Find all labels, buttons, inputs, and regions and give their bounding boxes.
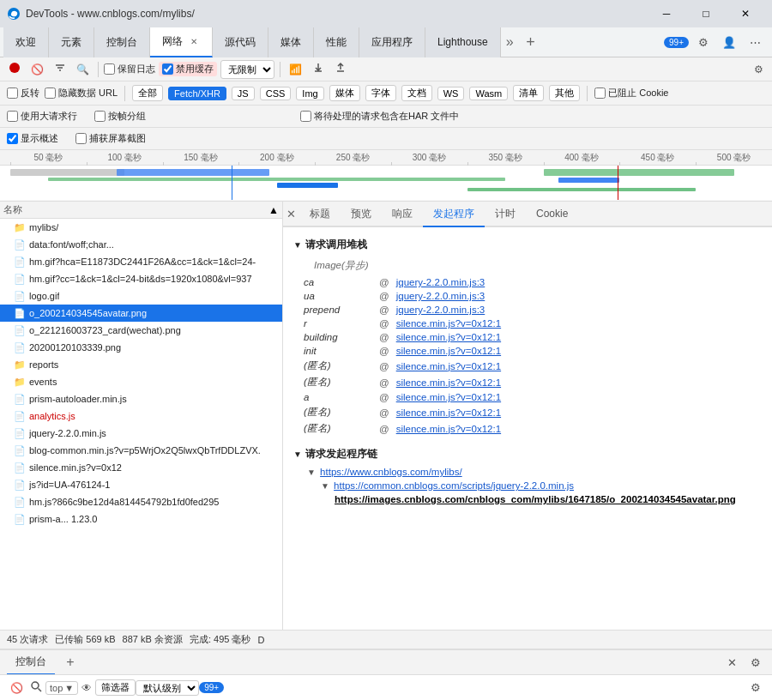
record-button[interactable] (5, 60, 24, 78)
file-item-card[interactable]: 📄 o_221216003723_card(wechat).png (0, 322, 282, 339)
chain-link[interactable]: https://www.cnblogs.com/mylibs/ (320, 467, 462, 477)
browser-tab-welcome[interactable]: 欢迎 (3, 27, 49, 57)
scroll-up-button[interactable]: ▲ (268, 204, 279, 216)
file-item-hm-js[interactable]: 📄 hm.js?866c9be12d4a814454792b1fd0fed295 (0, 493, 282, 510)
maximize-button[interactable]: □ (686, 0, 726, 27)
file-item-hm-gif-1[interactable]: 📄 hm.gif?hca=E11873DC2441F26A&cc=1&ck=1&… (0, 253, 282, 270)
import-har-button[interactable] (331, 60, 350, 78)
browser-tab-lighthouse[interactable]: Lighthouse (425, 27, 501, 57)
level-select[interactable]: 默认级别 (136, 680, 199, 696)
tab-timing[interactable]: 计时 (485, 202, 526, 227)
context-selector[interactable]: top ▼ (45, 681, 78, 695)
file-item-blog-common[interactable]: 📄 blog-common.min.js?v=p5WrjOx2Q5lwxQbTr… (0, 442, 282, 459)
tab-preview[interactable]: 预览 (341, 202, 382, 227)
tab-initiator[interactable]: 发起程序 (423, 202, 485, 227)
stack-link[interactable]: silence.min.js?v=0x12:1 (396, 392, 501, 402)
capture-screenshot-checkbox[interactable] (75, 133, 87, 144)
filter-media[interactable]: 媒体 (329, 85, 360, 101)
export-har-button[interactable] (309, 60, 328, 78)
show-overview-label[interactable]: 显示概述 (7, 132, 58, 145)
group-by-frame-label[interactable]: 按帧分组 (94, 110, 146, 123)
stack-link[interactable]: silence.min.js?v=0x12:1 (396, 318, 501, 329)
file-item-reports[interactable]: 📁 reports (0, 356, 282, 373)
invert-checkbox[interactable] (7, 88, 18, 99)
file-item-png-date[interactable]: 📄 20200120103339.png (0, 339, 282, 356)
preserve-log-checkbox[interactable] (104, 63, 115, 75)
browser-tab-elements[interactable]: 元素 (49, 27, 94, 57)
hide-data-urls-label[interactable]: 隐藏数据 URL (45, 87, 118, 100)
file-item-jquery[interactable]: 📄 jquery-2.2.0.min.js (0, 425, 282, 442)
stack-link[interactable]: silence.min.js?v=0x12:1 (396, 424, 501, 434)
add-console-button[interactable]: + (60, 652, 81, 673)
disable-cache-checkbox[interactable] (162, 63, 173, 75)
stack-link[interactable]: jquery-2.2.0.min.js:3 (396, 277, 486, 287)
file-item-analytics[interactable]: 📄 analytics.js (0, 407, 282, 425)
disable-cache-label[interactable]: 禁用缓存 (159, 62, 217, 76)
filter-img[interactable]: Img (296, 87, 323, 100)
file-item-ua[interactable]: 📄 js?id=UA-476124-1 (0, 476, 282, 493)
blocked-cookies-checkbox[interactable] (594, 88, 606, 99)
throttle-select[interactable]: 无限制 (220, 60, 274, 79)
stack-link[interactable]: silence.min.js?v=0x12:1 (396, 361, 501, 371)
invert-label[interactable]: 反转 (7, 87, 39, 100)
settings-button[interactable]: ⚙ (694, 34, 713, 51)
console-settings-button[interactable]: ⚙ (746, 655, 765, 671)
file-item-silence[interactable]: 📄 silence.min.js?v=0x12 (0, 459, 282, 476)
tab-headers[interactable]: 标题 (299, 202, 341, 227)
file-item-mylibs[interactable]: 📁 mylibs/ (0, 219, 282, 236)
preserve-log-label[interactable]: 保留日志 (104, 63, 155, 75)
filter-all[interactable]: 全部 (132, 85, 163, 101)
filter-doc[interactable]: 文档 (401, 85, 432, 101)
file-item-logo[interactable]: 📄 logo.gif (0, 287, 282, 305)
browser-tab-console[interactable]: 控制台 (94, 27, 150, 57)
filter-wasm[interactable]: Wasm (469, 87, 508, 100)
hide-data-urls-checkbox[interactable] (45, 88, 56, 99)
show-overview-checkbox[interactable] (7, 133, 18, 144)
filter-font[interactable]: 字体 (365, 85, 396, 101)
stack-link[interactable]: jquery-2.2.0.min.js:3 (396, 291, 486, 301)
console-close-button[interactable]: ✕ (723, 655, 741, 671)
console-settings-gear[interactable]: ⚙ (746, 679, 765, 696)
browser-tab-network[interactable]: 网络 ✕ (150, 27, 213, 57)
stack-link[interactable]: jquery-2.2.0.min.js:3 (396, 305, 486, 315)
call-stack-section-header[interactable]: ▼ 请求调用堆栈 (293, 234, 762, 256)
clear-button[interactable]: 🚫 (27, 62, 47, 77)
browser-tab-performance[interactable]: 性能 (314, 27, 359, 57)
chain-link[interactable]: https://common.cnblogs.com/scripts/jquer… (334, 480, 574, 491)
filter-manifest[interactable]: 清单 (513, 85, 544, 101)
group-by-frame-checkbox[interactable] (94, 111, 106, 122)
chain-link-selected[interactable]: https://images.cnblogs.com/cnblogs_com/m… (335, 494, 736, 504)
filter-toggle-button[interactable] (51, 60, 69, 78)
console-filter-button[interactable]: 筛选器 (95, 679, 136, 696)
browser-tab-media[interactable]: 媒体 (268, 27, 314, 57)
filter-css[interactable]: CSS (260, 87, 292, 100)
eye-button[interactable]: 👁 (78, 680, 95, 696)
file-item-hm-gif-2[interactable]: 📄 hm.gif?cc=1&ck=1&cl=24-bit&ds=1920x108… (0, 270, 282, 287)
capture-screenshot-label[interactable]: 捕获屏幕截图 (75, 132, 146, 145)
panel-close-button[interactable]: ✕ (286, 208, 296, 220)
request-chain-header[interactable]: ▼ 请求发起程序链 (293, 444, 762, 465)
browser-tab-source[interactable]: 源代码 (213, 27, 268, 57)
minimize-button[interactable]: ─ (647, 0, 686, 27)
file-item-events[interactable]: 📁 events (0, 373, 282, 390)
file-item-prism[interactable]: 📄 prism-autoloader.min.js (0, 390, 282, 407)
filter-ws[interactable]: WS (437, 87, 465, 100)
filter-js[interactable]: JS (232, 87, 255, 100)
large-rows-label[interactable]: 使用大请求行 (7, 110, 77, 123)
console-clear-button[interactable]: 🚫 (7, 680, 27, 696)
filter-other[interactable]: 其他 (549, 85, 580, 101)
wifi-icon-button[interactable]: 📶 (286, 62, 305, 77)
large-rows-checkbox[interactable] (7, 111, 18, 122)
search-button[interactable]: 🔍 (73, 62, 93, 77)
tab-response[interactable]: 响应 (382, 202, 423, 227)
browser-tab-application[interactable]: 应用程序 (359, 27, 425, 57)
more-tabs-icon[interactable]: » (501, 34, 519, 50)
more-button[interactable]: ⋯ (745, 34, 765, 51)
close-button[interactable]: ✕ (726, 0, 765, 27)
tab-cookie[interactable]: Cookie (526, 202, 578, 227)
network-settings-button[interactable]: ⚙ (751, 62, 767, 77)
stack-link[interactable]: silence.min.js?v=0x12:1 (396, 407, 501, 418)
file-item-avatar[interactable]: 📄 o_200214034545avatar.png (0, 305, 282, 322)
file-item-data-font[interactable]: 📄 data:font/woff;char... (0, 236, 282, 253)
stack-link[interactable]: silence.min.js?v=0x12:1 (396, 377, 501, 388)
